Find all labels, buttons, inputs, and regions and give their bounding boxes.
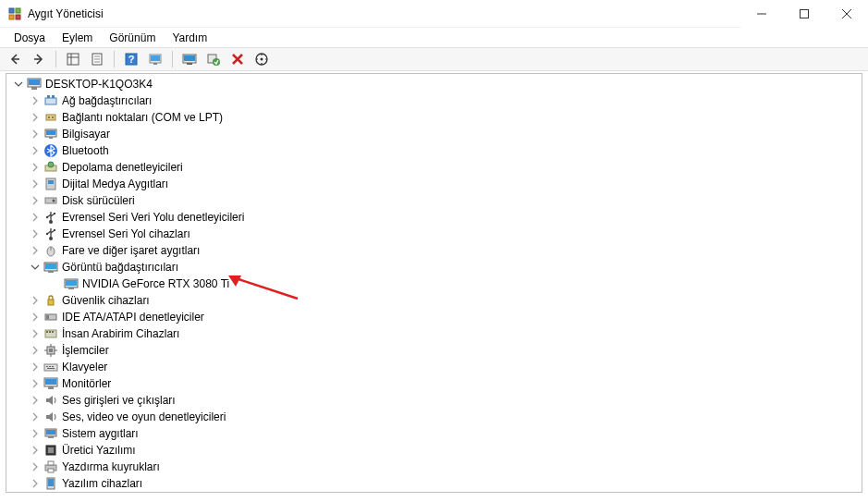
speaker-icon bbox=[43, 410, 58, 424]
svg-rect-1 bbox=[16, 8, 20, 13]
tree-item-ide-ata[interactable]: IDE ATA/ATAPI denetleyiciler bbox=[8, 309, 862, 325]
menu-help[interactable]: Yardım bbox=[164, 30, 215, 46]
svg-rect-79 bbox=[49, 366, 51, 367]
chevron-right-icon[interactable] bbox=[29, 227, 42, 240]
tree-item-label: Monitörler bbox=[62, 377, 111, 390]
chevron-right-icon[interactable] bbox=[29, 410, 42, 423]
chevron-right-icon[interactable] bbox=[29, 128, 42, 141]
device-tree: DESKTOP-K1QO3K4 Ağ bağdaştırıcıları Bağl… bbox=[6, 74, 862, 493]
svg-rect-31 bbox=[31, 87, 37, 90]
chevron-down-icon[interactable] bbox=[12, 78, 25, 91]
tree-item-bluetooth[interactable]: Bluetooth bbox=[8, 142, 862, 159]
tree-item-mice[interactable]: Fare ve diğer işaret aygıtları bbox=[8, 242, 862, 259]
tree-item-print-queues[interactable]: Yazdırma kuyrukları bbox=[8, 459, 862, 475]
tree-item-usb-devices[interactable]: Evrensel Seri Yol cihazları bbox=[8, 226, 862, 242]
chevron-right-icon[interactable] bbox=[29, 477, 42, 490]
svg-point-43 bbox=[48, 162, 54, 167]
tree-item-digital-media[interactable]: Dijital Medya Aygıtları bbox=[8, 176, 862, 192]
chevron-right-icon[interactable] bbox=[29, 211, 42, 224]
forward-button[interactable] bbox=[28, 49, 50, 69]
toolbar-separator bbox=[114, 51, 115, 67]
uninstall-button[interactable] bbox=[202, 49, 225, 69]
tree-item-system-devices[interactable]: Sistem aygıtları bbox=[8, 425, 862, 442]
chevron-right-icon[interactable] bbox=[29, 244, 42, 257]
tree-item-keyboards[interactable]: Klavyeler bbox=[8, 359, 862, 375]
tree-item-ports[interactable]: Bağlantı noktaları (COM ve LPT) bbox=[8, 109, 862, 126]
svg-text:?: ? bbox=[128, 54, 135, 65]
window-controls bbox=[740, 0, 868, 28]
tree-item-disk-drives[interactable]: Disk sürücüleri bbox=[8, 192, 862, 209]
chevron-right-icon[interactable] bbox=[29, 344, 42, 357]
update-driver-button[interactable] bbox=[144, 49, 166, 69]
svg-rect-70 bbox=[52, 331, 54, 333]
tree-item-label: Evrensel Seri Yol cihazları bbox=[62, 227, 190, 240]
device-tree-container[interactable]: DESKTOP-K1QO3K4 Ağ bağdaştırıcıları Bağl… bbox=[6, 73, 862, 493]
tree-item-label: Ses, video ve oyun denetleyicileri bbox=[62, 410, 226, 423]
tree-item-usb-controllers[interactable]: Evrensel Seri Veri Yolu denetleyicileri bbox=[8, 209, 862, 226]
svg-rect-64 bbox=[48, 300, 54, 305]
svg-rect-89 bbox=[48, 447, 54, 453]
tree-item-firmware[interactable]: Üretici Yazılımı bbox=[8, 442, 862, 459]
scan-hardware-button[interactable] bbox=[251, 49, 273, 69]
tree-item-hid[interactable]: İnsan Arabirim Cihazları bbox=[8, 325, 862, 342]
tree-item-display-adapters[interactable]: Görüntü bağdaştırıcıları bbox=[8, 259, 862, 275]
menu-view[interactable]: Görünüm bbox=[101, 30, 164, 46]
chevron-right-icon[interactable] bbox=[29, 294, 42, 307]
svg-rect-0 bbox=[9, 8, 14, 13]
keyboard-icon bbox=[43, 360, 58, 374]
svg-rect-86 bbox=[46, 430, 55, 435]
svg-rect-62 bbox=[66, 280, 77, 286]
menu-file[interactable]: Dosya bbox=[6, 30, 54, 46]
chevron-right-icon[interactable] bbox=[29, 144, 42, 157]
chevron-right-icon[interactable] bbox=[29, 444, 42, 457]
chevron-right-icon[interactable] bbox=[29, 178, 42, 190]
close-button[interactable] bbox=[825, 0, 868, 28]
menu-action[interactable]: Eylem bbox=[54, 30, 101, 46]
tree-item-network-adapters[interactable]: Ağ bağdaştırıcıları bbox=[8, 92, 862, 109]
help-button[interactable]: ? bbox=[120, 49, 142, 69]
toolbar: ? bbox=[0, 47, 868, 71]
chevron-right-icon[interactable] bbox=[29, 427, 42, 440]
chevron-right-icon[interactable] bbox=[29, 377, 42, 390]
delete-button[interactable] bbox=[226, 49, 249, 69]
chevron-right-icon[interactable] bbox=[29, 327, 42, 340]
software-device-icon bbox=[43, 476, 58, 491]
chevron-right-icon[interactable] bbox=[29, 161, 42, 174]
chevron-right-icon[interactable] bbox=[29, 311, 42, 324]
tree-item-software-devices[interactable]: Yazılım cihazları bbox=[8, 475, 862, 492]
tree-root-label: DESKTOP-K1QO3K4 bbox=[45, 78, 153, 91]
properties-button[interactable] bbox=[86, 49, 108, 69]
svg-point-37 bbox=[52, 116, 54, 118]
svg-point-47 bbox=[53, 200, 55, 202]
show-hidden-button[interactable] bbox=[62, 49, 84, 69]
svg-rect-69 bbox=[49, 331, 51, 333]
minimize-button[interactable] bbox=[740, 0, 783, 28]
tree-item-processors[interactable]: İşlemciler bbox=[8, 342, 862, 359]
svg-rect-81 bbox=[47, 368, 55, 369]
tree-item-storage-controllers[interactable]: Depolama denetleyicileri bbox=[8, 159, 862, 176]
tree-item-monitors[interactable]: Monitörler bbox=[8, 375, 862, 392]
bluetooth-icon bbox=[43, 143, 58, 158]
svg-rect-40 bbox=[49, 137, 53, 139]
svg-rect-3 bbox=[16, 15, 20, 19]
chevron-right-icon[interactable] bbox=[29, 394, 42, 407]
tree-item-label: Bilgisayar bbox=[62, 128, 110, 141]
window-title: Aygıt Yöneticisi bbox=[28, 7, 104, 20]
svg-rect-30 bbox=[29, 80, 40, 85]
chevron-down-icon[interactable] bbox=[29, 261, 42, 274]
tree-item-sound-video-game[interactable]: Ses, video ve oyun denetleyicileri bbox=[8, 409, 862, 425]
maximize-button[interactable] bbox=[783, 0, 825, 28]
chevron-right-icon[interactable] bbox=[29, 111, 42, 124]
tree-item-computer[interactable]: Bilgisayar bbox=[8, 126, 862, 142]
back-button[interactable] bbox=[4, 49, 26, 69]
chevron-right-icon[interactable] bbox=[29, 194, 42, 207]
chevron-right-icon[interactable] bbox=[29, 361, 42, 373]
monitor-button[interactable] bbox=[178, 49, 201, 69]
svg-point-54 bbox=[46, 233, 48, 235]
tree-item-audio-io[interactable]: Ses girişleri ve çıkışları bbox=[8, 392, 862, 409]
tree-root[interactable]: DESKTOP-K1QO3K4 bbox=[8, 76, 862, 92]
chevron-right-icon[interactable] bbox=[29, 460, 42, 473]
tree-item-security-devices[interactable]: Güvenlik cihazları bbox=[8, 292, 862, 309]
tree-item-gpu-nvidia[interactable]: NVIDIA GeForce RTX 3080 Ti bbox=[8, 275, 862, 292]
chevron-right-icon[interactable] bbox=[29, 94, 42, 107]
